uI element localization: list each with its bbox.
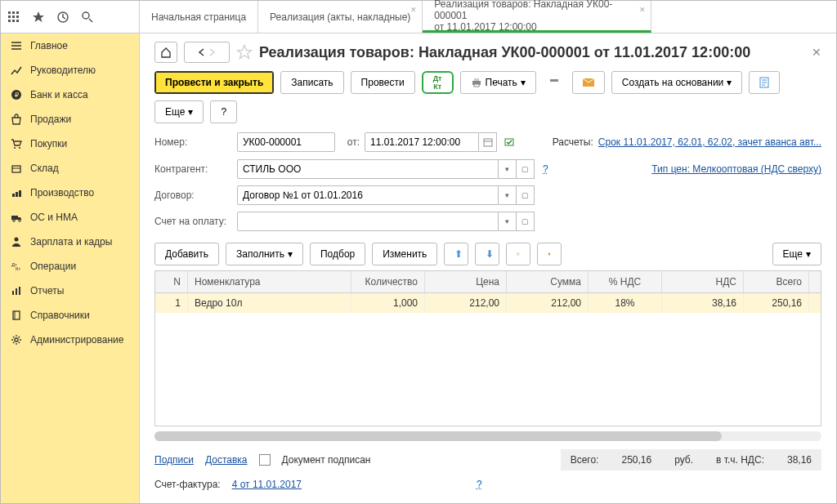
calc-link[interactable]: Срок 11.01.2017, 62.01, 62.02, зачет ава…: [598, 136, 821, 148]
svg-point-22: [15, 238, 19, 242]
chart-icon: [11, 65, 22, 76]
date-input[interactable]: [365, 132, 479, 152]
move-down-button[interactable]: ⬇: [475, 243, 499, 265]
tab-current[interactable]: Реализация товаров: Накладная УК00-00000…: [423, 1, 651, 33]
chevron-down-icon: ▾: [727, 77, 732, 88]
help-button[interactable]: ?: [210, 100, 237, 123]
signatures-link[interactable]: Подписи: [154, 454, 194, 466]
print-button[interactable]: Печать▾: [460, 71, 536, 94]
fill-button[interactable]: Заполнить▾: [226, 243, 303, 265]
col-nds[interactable]: % НДС: [589, 271, 662, 292]
col-qty[interactable]: Количество: [351, 271, 425, 292]
horizontal-scrollbar[interactable]: [154, 431, 821, 441]
col-total[interactable]: Всего: [744, 271, 809, 292]
move-up-button[interactable]: ⬆: [444, 243, 468, 265]
sidebar-item-salary[interactable]: Зарплата и кадры: [1, 230, 139, 254]
sidebar-item-warehouse[interactable]: Склад: [1, 156, 139, 181]
table-row[interactable]: 1 Ведро 10л 1,000 212,00 212,00 18% 38,1…: [155, 293, 821, 313]
col-ndsv[interactable]: НДС: [662, 271, 744, 292]
star-icon[interactable]: [32, 11, 45, 24]
total-value: 250,16: [621, 454, 651, 466]
dropdown-button[interactable]: ▾: [499, 212, 517, 231]
invoice-input[interactable]: [237, 212, 499, 231]
svg-rect-8: [16, 20, 19, 22]
svg-rect-25: [12, 291, 14, 295]
help-link[interactable]: ?: [477, 479, 482, 490]
sidebar-item-bank[interactable]: ₽Банк и касса: [1, 83, 139, 107]
table-more-button[interactable]: Еще▾: [772, 243, 821, 265]
open-button[interactable]: ▢: [517, 212, 535, 231]
col-n[interactable]: N: [155, 271, 188, 292]
top-icons: [1, 1, 140, 33]
chevron-down-icon: ▾: [521, 77, 526, 88]
nav-back-forward[interactable]: [184, 42, 230, 63]
open-button[interactable]: ▢: [517, 159, 535, 179]
dtkt-button[interactable]: ДтКт: [422, 71, 454, 94]
dropdown-button[interactable]: ▾: [499, 159, 517, 179]
favorite-icon[interactable]: [236, 44, 253, 60]
printer-icon: [471, 78, 482, 87]
calendar-button[interactable]: [479, 132, 497, 152]
attach-button[interactable]: [543, 72, 566, 93]
copy-button[interactable]: [506, 243, 530, 265]
sidebar-item-main[interactable]: Главное: [1, 33, 139, 58]
sf-link[interactable]: 4 от 11.01.2017: [232, 479, 302, 490]
tabs: Начальная страница Реализация (акты, нак…: [140, 1, 836, 33]
sidebar-item-label: ОС и НМА: [30, 212, 78, 223]
sidebar-item-admin[interactable]: Администрирование: [1, 328, 139, 352]
change-button[interactable]: Изменить: [372, 243, 437, 265]
sidebar-item-operations[interactable]: ДтКтОперации: [1, 254, 139, 279]
create-based-button[interactable]: Создать на основании▾: [611, 71, 743, 94]
number-input[interactable]: [237, 132, 335, 152]
svg-rect-15: [12, 166, 20, 172]
write-button[interactable]: Записать: [280, 71, 343, 94]
close-icon[interactable]: ✕: [410, 6, 417, 14]
home-button[interactable]: [154, 42, 177, 63]
tab-sales[interactable]: Реализация (акты, накладные)✕: [258, 1, 423, 33]
col-nomenclature[interactable]: Номенклатура: [188, 271, 351, 292]
sidebar-item-reports[interactable]: Отчеты: [1, 279, 139, 303]
post-button[interactable]: Провести: [351, 71, 415, 94]
search-icon[interactable]: [81, 11, 94, 24]
cell-n: 1: [155, 293, 188, 313]
chevron-down-icon: ▾: [188, 106, 193, 118]
help-link[interactable]: ?: [543, 163, 548, 175]
sidebar-item-label: Администрирование: [30, 334, 123, 346]
pick-button[interactable]: Подбор: [310, 243, 365, 265]
price-type-link[interactable]: Тип цен: Мелкооптовая (НДС сверху): [651, 163, 821, 175]
sidebar-item-purchases[interactable]: Покупки: [1, 132, 139, 156]
close-icon[interactable]: ✕: [639, 6, 646, 14]
delivery-link[interactable]: Доставка: [205, 454, 248, 466]
history-icon[interactable]: [56, 11, 69, 24]
contragent-input[interactable]: [237, 159, 499, 179]
more-label: Еще: [165, 106, 185, 118]
sidebar-item-manager[interactable]: Руководителю: [1, 58, 139, 83]
tab-home[interactable]: Начальная страница: [140, 1, 258, 33]
file-button[interactable]: [749, 71, 780, 94]
col-sum[interactable]: Сумма: [507, 271, 589, 292]
mail-button[interactable]: [572, 71, 605, 94]
invoice-label: Счет на оплату:: [154, 216, 232, 227]
tab-label: Реализация (акты, накладные): [270, 11, 410, 23]
dogovor-input[interactable]: [237, 185, 499, 205]
col-price[interactable]: Цена: [425, 271, 507, 292]
sidebar-item-catalogs[interactable]: Справочники: [1, 303, 139, 328]
apps-icon[interactable]: [7, 11, 20, 24]
svg-point-14: [19, 147, 20, 149]
svg-rect-0: [8, 11, 11, 14]
close-button[interactable]: ✕: [812, 46, 821, 59]
invoice-row: Счет-фактура: 4 от 11.01.2017 ?: [154, 479, 821, 490]
row-contragent: Контрагент: ▾▢ ? Тип цен: Мелкооптовая (…: [154, 159, 821, 179]
sidebar-item-assets[interactable]: ОС и НМА: [1, 205, 139, 230]
post-close-button[interactable]: Провести и закрыть: [154, 71, 274, 94]
cell-nds: 18%: [589, 293, 662, 313]
more-button[interactable]: Еще▾: [154, 100, 204, 123]
add-button[interactable]: Добавить: [154, 243, 219, 265]
sidebar: Главное Руководителю ₽Банк и касса Прода…: [1, 33, 140, 503]
open-button[interactable]: ▢: [517, 185, 535, 205]
sidebar-item-sales[interactable]: Продажи: [1, 107, 139, 132]
sidebar-item-production[interactable]: Производство: [1, 181, 139, 205]
dropdown-button[interactable]: ▾: [499, 185, 517, 205]
paste-button[interactable]: [537, 243, 562, 265]
signed-checkbox[interactable]: [259, 454, 271, 466]
